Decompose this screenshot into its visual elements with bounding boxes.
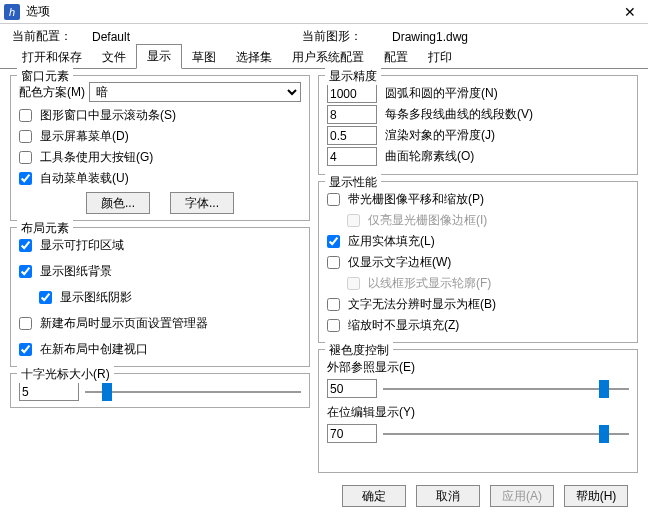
cb-create-viewport-label: 在新布局中创建视口: [40, 341, 148, 358]
tab-print[interactable]: 打印: [418, 46, 462, 69]
cb-scrollbars[interactable]: [19, 109, 32, 122]
tab-user-config[interactable]: 用户系统配置: [282, 46, 374, 69]
current-drawing-value: Drawing1.dwg: [392, 30, 468, 44]
tab-selection[interactable]: 选择集: [226, 46, 282, 69]
tab-display[interactable]: 显示: [136, 44, 182, 69]
cb-highlight-raster-frame-label: 仅亮显光栅图像边框(I): [368, 212, 487, 229]
cb-print-area[interactable]: [19, 239, 32, 252]
cb-pan-zoom-raster-label: 带光栅图像平移和缩放(P): [348, 191, 484, 208]
cb-pan-zoom-raster[interactable]: [327, 193, 340, 206]
xref-fade-slider[interactable]: [383, 380, 629, 398]
layout-elements-title: 布局元素: [17, 220, 73, 237]
inplace-fade-input[interactable]: [327, 424, 377, 443]
cb-create-viewport[interactable]: [19, 343, 32, 356]
tab-profiles[interactable]: 配置: [374, 46, 418, 69]
polyline-seg-input[interactable]: [327, 105, 377, 124]
current-config-label: 当前配置：: [12, 28, 92, 45]
cb-wireframe-outline-label: 以线框形式显示轮廓(F): [368, 275, 491, 292]
cb-paper-shadow[interactable]: [39, 291, 52, 304]
cb-page-setup-mgr-label: 新建布局时显示页面设置管理器: [40, 315, 208, 332]
precision-title: 显示精度: [325, 68, 381, 85]
cb-paper-shadow-label: 显示图纸阴影: [60, 289, 132, 306]
crosshair-title: 十字光标大小(R): [17, 366, 114, 383]
tab-open-save[interactable]: 打开和保存: [12, 46, 92, 69]
cb-paper-bg-label: 显示图纸背景: [40, 263, 112, 280]
cb-scrollbars-label: 图形窗口中显示滚动条(S): [40, 107, 176, 124]
performance-title: 显示性能: [325, 174, 381, 191]
cb-paper-bg[interactable]: [19, 265, 32, 278]
apply-button: 应用(A): [490, 485, 554, 507]
help-button[interactable]: 帮助(H): [564, 485, 628, 507]
current-drawing-label: 当前图形：: [302, 28, 392, 45]
group-precision: 显示精度 圆弧和圆的平滑度(N) 每条多段线曲线的线段数(V) 渲染对象的平滑度…: [318, 75, 638, 175]
tab-files[interactable]: 文件: [92, 46, 136, 69]
cb-text-frame-only-label: 仅显示文字边框(W): [348, 254, 451, 271]
cb-highlight-raster-frame: [347, 214, 360, 227]
cb-no-fill-zoom-label: 缩放时不显示填充(Z): [348, 317, 459, 334]
xref-fade-input[interactable]: [327, 379, 377, 398]
color-scheme-select[interactable]: 暗: [89, 82, 301, 102]
group-performance: 显示性能 带光栅图像平移和缩放(P) 仅亮显光栅图像边框(I) 应用实体填充(L…: [318, 181, 638, 343]
window-elements-title: 窗口元素: [17, 68, 73, 85]
inplace-fade-label: 在位编辑显示(Y): [327, 404, 415, 421]
ok-button[interactable]: 确定: [342, 485, 406, 507]
close-icon[interactable]: ✕: [620, 2, 640, 22]
crosshair-size-input[interactable]: [19, 382, 79, 401]
cb-text-as-box-label: 文字无法分辨时显示为框(B): [348, 296, 496, 313]
xref-fade-label: 外部参照显示(E): [327, 359, 415, 376]
arc-smooth-label: 圆弧和圆的平滑度(N): [385, 85, 498, 102]
surface-lines-input[interactable]: [327, 147, 377, 166]
cancel-button[interactable]: 取消: [416, 485, 480, 507]
cb-screen-menu-label: 显示屏幕菜单(D): [40, 128, 129, 145]
cb-text-frame-only[interactable]: [327, 256, 340, 269]
fonts-button[interactable]: 字体...: [170, 192, 234, 214]
cb-no-fill-zoom[interactable]: [327, 319, 340, 332]
dialog-buttons: 确定 取消 应用(A) 帮助(H): [0, 479, 648, 513]
cb-auto-menu-load-label: 自动菜单装载(U): [40, 170, 129, 187]
cb-auto-menu-load[interactable]: [19, 172, 32, 185]
cb-solid-fill-label: 应用实体填充(L): [348, 233, 435, 250]
colors-button[interactable]: 颜色...: [86, 192, 150, 214]
app-icon: h: [4, 4, 20, 20]
polyline-seg-label: 每条多段线曲线的线段数(V): [385, 106, 533, 123]
fade-title: 褪色度控制: [325, 342, 393, 359]
render-smooth-label: 渲染对象的平滑度(J): [385, 127, 495, 144]
group-fade: 褪色度控制 外部参照显示(E) 在位编辑显示(Y): [318, 349, 638, 473]
cb-page-setup-mgr[interactable]: [19, 317, 32, 330]
titlebar: h 选项 ✕: [0, 0, 648, 24]
cb-wireframe-outline: [347, 277, 360, 290]
crosshair-slider[interactable]: [85, 383, 301, 401]
render-smooth-input[interactable]: [327, 126, 377, 145]
current-config-value: Default: [92, 30, 302, 44]
main-panel: 窗口元素 配色方案(M) 暗 图形窗口中显示滚动条(S) 显示屏幕菜单(D) 工…: [0, 69, 648, 479]
color-scheme-label: 配色方案(M): [19, 84, 85, 101]
config-row: 当前配置： Default 当前图形： Drawing1.dwg: [0, 24, 648, 47]
surface-lines-label: 曲面轮廓素线(O): [385, 148, 474, 165]
window-title: 选项: [26, 3, 50, 20]
tab-bar: 打开和保存 文件 显示 草图 选择集 用户系统配置 配置 打印: [0, 47, 648, 69]
group-crosshair: 十字光标大小(R): [10, 373, 310, 408]
cb-text-as-box[interactable]: [327, 298, 340, 311]
cb-solid-fill[interactable]: [327, 235, 340, 248]
cb-screen-menu[interactable]: [19, 130, 32, 143]
inplace-fade-slider[interactable]: [383, 425, 629, 443]
cb-large-buttons-label: 工具条使用大按钮(G): [40, 149, 153, 166]
cb-print-area-label: 显示可打印区域: [40, 237, 124, 254]
arc-smooth-input[interactable]: [327, 84, 377, 103]
group-window-elements: 窗口元素 配色方案(M) 暗 图形窗口中显示滚动条(S) 显示屏幕菜单(D) 工…: [10, 75, 310, 221]
cb-large-buttons[interactable]: [19, 151, 32, 164]
group-layout-elements: 布局元素 显示可打印区域 显示图纸背景 显示图纸阴影 新建布局时显示页面设置管理…: [10, 227, 310, 367]
tab-sketch[interactable]: 草图: [182, 46, 226, 69]
